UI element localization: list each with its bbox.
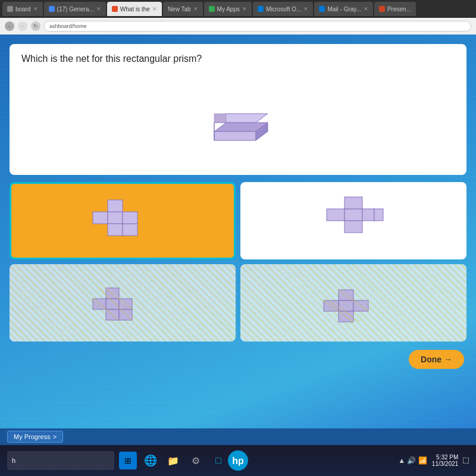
svg-marker-5 — [214, 114, 226, 123]
svg-text:hp: hp — [232, 456, 244, 466]
svg-rect-28 — [339, 300, 353, 311]
content-area: Which is the net for this rectangular pr… — [0, 35, 476, 428]
svg-rect-17 — [374, 209, 383, 221]
option-c[interactable] — [10, 264, 236, 342]
option-d-svg — [318, 275, 389, 331]
option-c-svg — [87, 275, 158, 331]
svg-rect-13 — [345, 209, 362, 221]
option-a-svg — [84, 191, 161, 250]
option-a[interactable] — [10, 182, 236, 259]
tab-icon-board — [7, 6, 13, 12]
tab-icon-present — [379, 6, 385, 12]
taskbar-notification[interactable]: □ — [463, 455, 469, 466]
tab-close-what[interactable]: ✕ — [152, 6, 157, 12]
nav-bar: ← → ↻ ashboard/home — [0, 18, 476, 35]
taskbar-icon-folder[interactable]: 📁 — [164, 452, 182, 469]
progress-bar: My Progress > — [0, 428, 476, 445]
tab-board[interactable]: board ✕ — [2, 2, 43, 16]
svg-rect-15 — [345, 197, 362, 209]
svg-rect-6 — [93, 212, 108, 224]
tab-new[interactable]: New Tab ✕ — [163, 2, 203, 16]
tab-present[interactable]: Presen... — [374, 2, 416, 16]
my-progress-button[interactable]: My Progress > — [7, 431, 63, 443]
svg-rect-11 — [123, 212, 137, 224]
svg-rect-7 — [108, 212, 123, 224]
tab-icon-genera — [49, 6, 55, 12]
svg-rect-10 — [108, 200, 123, 212]
taskbar-icons: ⊞ 🌐 📁 ⚙ □ 🎵 — [119, 452, 393, 469]
tab-bar: board ✕ (17) Genera... ✕ What is the ✕ N… — [0, 0, 476, 18]
forward-button[interactable]: → — [18, 21, 27, 31]
taskbar-icon-browser[interactable]: 🌐 — [142, 452, 159, 469]
tab-close-myapps[interactable]: ✕ — [242, 6, 247, 12]
svg-rect-12 — [327, 209, 345, 221]
tab-close-microsoft[interactable]: ✕ — [303, 6, 308, 12]
options-grid — [10, 182, 466, 342]
back-button[interactable]: ← — [5, 21, 14, 31]
taskbar-icon-store[interactable]: □ — [209, 452, 227, 469]
tab-genera[interactable]: (17) Genera... ✕ — [44, 2, 106, 16]
url-bar[interactable]: ashboard/home — [44, 21, 471, 32]
svg-rect-8 — [108, 224, 123, 236]
tab-microsoft[interactable]: Microsoft O... ✕ — [253, 2, 313, 16]
question-text: Which is the net for this rectangular pr… — [21, 54, 202, 64]
tab-close-genera[interactable]: ✕ — [96, 6, 101, 12]
taskbar-tray-icons: ▲ 🔊 📶 — [398, 456, 427, 465]
svg-rect-19 — [106, 299, 119, 309]
tab-icon-myapps — [209, 6, 215, 12]
option-b-svg — [315, 191, 392, 250]
tab-icon-what — [112, 6, 118, 12]
taskbar-icon-settings[interactable]: ⚙ — [187, 452, 205, 469]
tab-icon-microsoft — [258, 6, 264, 12]
prism-svg — [190, 90, 286, 149]
tab-what-is-the[interactable]: What is the ✕ — [107, 2, 162, 16]
option-b[interactable] — [240, 182, 466, 259]
taskbar: ⊞ 🌐 📁 ⚙ □ 🎵 hp ▲ 🔊 📶 5:32 PM 11/3/2021 □ — [0, 445, 476, 476]
taskbar-right: ▲ 🔊 📶 5:32 PM 11/3/2021 □ — [398, 454, 469, 467]
done-row: Done → — [10, 350, 466, 369]
done-button[interactable]: Done → — [409, 350, 464, 369]
hp-logo: hp — [226, 449, 250, 472]
hp-logo-svg: hp — [227, 450, 249, 471]
question-card: Which is the net for this rectangular pr… — [10, 44, 466, 175]
tab-mail[interactable]: Mail - Gray... ✕ — [314, 2, 372, 16]
tab-close-mail[interactable]: ✕ — [364, 6, 368, 12]
svg-marker-1 — [214, 131, 256, 140]
reload-button[interactable]: ↻ — [31, 21, 40, 31]
prism-container — [190, 74, 286, 165]
tab-icon-mail — [319, 6, 325, 12]
taskbar-search-input[interactable] — [12, 457, 109, 464]
svg-rect-16 — [362, 209, 374, 221]
svg-rect-9 — [123, 224, 137, 236]
taskbar-search[interactable] — [7, 451, 114, 470]
tab-myapps[interactable]: My Apps ✕ — [204, 2, 252, 16]
browser-chrome: board ✕ (17) Genera... ✕ What is the ✕ N… — [0, 0, 476, 35]
tab-close-board[interactable]: ✕ — [33, 6, 38, 12]
option-d[interactable] — [240, 264, 466, 342]
tab-close-new[interactable]: ✕ — [193, 6, 198, 12]
taskbar-icon-windows[interactable]: ⊞ — [119, 452, 137, 469]
taskbar-clock: 5:32 PM 11/3/2021 — [432, 454, 459, 467]
svg-rect-14 — [345, 221, 362, 233]
